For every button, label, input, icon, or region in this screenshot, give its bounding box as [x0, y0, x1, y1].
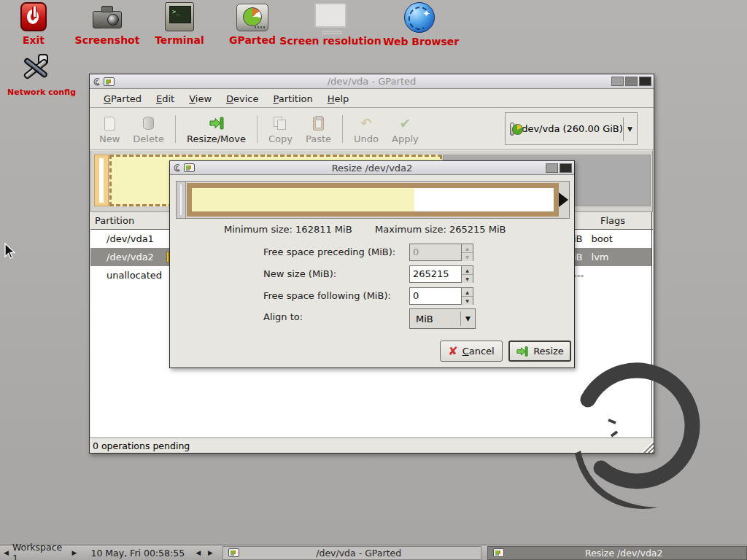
delete-icon	[143, 115, 154, 131]
chevron-down-icon: ▼	[461, 315, 475, 322]
menu-help[interactable]: Help	[321, 91, 356, 106]
column-header-flags[interactable]: Flags	[573, 212, 651, 229]
terminal-icon: >_	[165, 2, 194, 31]
mouse-cursor	[4, 243, 16, 260]
tasklist-next-icon[interactable]: ▶	[204, 549, 217, 556]
desktop-icon-label: Network config	[7, 88, 63, 97]
maximize-button[interactable]	[546, 163, 558, 173]
status-text: 0 operations pending	[93, 440, 190, 451]
spin-up-icon[interactable]: ▲	[462, 266, 473, 275]
toolbar-separator	[342, 115, 343, 143]
menu-partition[interactable]: Partition	[267, 91, 320, 106]
power-icon	[20, 2, 47, 31]
menu-device[interactable]: Device	[220, 91, 265, 106]
copy-icon	[274, 115, 287, 131]
free-space-following-spinner[interactable]: 0 ▲▼	[409, 287, 473, 305]
chevron-down-icon: ▼	[627, 125, 632, 133]
toolbar-separator	[175, 115, 176, 143]
spin-up-icon: ▲	[462, 244, 473, 253]
resize-dialog: Resize /dev/vda2 Minimum size: 162811 Mi…	[169, 160, 575, 368]
resize-move-button[interactable]: Resize/Move	[180, 111, 252, 147]
tools-icon	[19, 52, 51, 85]
maximize-button[interactable]	[625, 77, 638, 86]
desktop-icon-label: Screenshot	[74, 34, 140, 46]
apply-icon: ✔	[399, 115, 411, 131]
align-to-label: Align to:	[263, 308, 303, 326]
globe-icon: ✦	[404, 2, 435, 33]
maximum-size-label: Maximum size: 265215 MiB	[375, 224, 506, 235]
clock: 10 May, Fri 00:58:55	[90, 548, 185, 559]
task-button-gparted[interactable]: /dev/vda - GParted	[222, 546, 482, 560]
debian-swirl-icon	[92, 77, 101, 87]
resize-slider-widget	[176, 181, 570, 219]
apply-button: ✔ Apply	[385, 111, 425, 147]
window-title: /dev/vda - GParted	[90, 76, 654, 87]
undo-button: ↶ Undo	[347, 111, 385, 147]
paste-button: Paste	[299, 111, 338, 147]
desktop-icon-label: Exit	[12, 34, 55, 46]
spin-down-icon[interactable]: ▼	[462, 275, 473, 283]
workspace-prev-icon[interactable]: ◀	[0, 549, 12, 556]
cancel-button[interactable]: ✘ Cancel	[440, 341, 503, 362]
workspace-label: Workspace 1	[12, 542, 69, 560]
disk-icon	[510, 122, 514, 136]
desktop-icon-exit[interactable]: Exit	[12, 2, 55, 46]
copy-button: Copy	[262, 111, 299, 147]
partition-size-bar	[187, 183, 559, 217]
desktop-icon-screenshot[interactable]: Screenshot	[74, 2, 140, 46]
minimum-size-label: Minimum size: 162811 MiB	[224, 224, 352, 235]
paste-icon	[313, 115, 324, 131]
resize-move-icon	[209, 115, 225, 131]
align-to-dropdown[interactable]: MiB ▼	[409, 308, 476, 329]
cancel-x-icon: ✘	[448, 346, 457, 357]
spin-down-icon[interactable]: ▼	[462, 297, 473, 305]
desktop-icon-network-config[interactable]: Network config	[7, 52, 63, 97]
desktop-icon-web-browser[interactable]: ✦ Web Browser	[383, 2, 456, 47]
new-size-label: New size (MiB):	[263, 265, 336, 283]
device-selector[interactable]: /dev/vda (260.00 GiB) ▼	[505, 112, 638, 145]
camera-icon	[91, 2, 123, 31]
menu-edit[interactable]: Edit	[150, 91, 181, 106]
gparted-window-icon	[184, 163, 195, 172]
toolbar-separator	[257, 115, 258, 143]
menu-gparted[interactable]: GParted	[97, 91, 148, 106]
close-button[interactable]	[560, 163, 572, 173]
close-button[interactable]	[639, 77, 651, 86]
undo-icon: ↶	[361, 115, 372, 131]
new-partition-icon	[104, 115, 115, 131]
desktop-icon-gparted[interactable]: GParted	[228, 4, 277, 46]
monitor-icon	[314, 3, 347, 28]
resize-button[interactable]: Resize	[508, 341, 571, 362]
used-space-bar	[192, 188, 414, 211]
debian-swirl-watermark	[554, 343, 722, 525]
new-button: New	[93, 111, 126, 147]
task-button-resize-dialog[interactable]: Resize /dev/vda2	[487, 546, 747, 560]
desktop-icon-label: Screen resolution	[279, 35, 382, 47]
left-resize-handle[interactable]	[177, 182, 186, 218]
gparted-window-icon	[104, 77, 115, 86]
resize-arrow-icon	[516, 346, 529, 357]
menu-view[interactable]: View	[182, 91, 218, 106]
taskbar: ◀ Workspace 1 ▶ 10 May, Fri 00:58:55 ◀ ▶…	[0, 545, 747, 560]
device-selector-value: /dev/vda (260.00 GiB)	[519, 123, 623, 134]
new-size-spinner[interactable]: 265215 ▲▼	[409, 265, 473, 283]
dialog-title: Resize /dev/vda2	[170, 163, 574, 174]
workspace-next-icon[interactable]: ▶	[69, 549, 81, 556]
dialog-titlebar[interactable]: Resize /dev/vda2	[170, 161, 574, 175]
partition-bar-vda1[interactable]	[94, 155, 109, 206]
main-titlebar[interactable]: /dev/vda - GParted	[90, 74, 654, 89]
gparted-disk-icon	[236, 4, 268, 31]
debian-swirl-icon	[172, 163, 182, 173]
delete-button: Delete	[126, 111, 171, 147]
minimize-button[interactable]	[611, 77, 624, 86]
desktop-icon-label: GParted	[228, 34, 277, 46]
desktop-icon-terminal[interactable]: >_ Terminal	[152, 2, 207, 46]
spin-up-icon[interactable]: ▲	[462, 288, 473, 297]
toolbar: New Delete Resize/Move Copy Paste ↶ Undo	[90, 109, 654, 150]
tasklist-prev-icon[interactable]: ◀	[192, 549, 204, 556]
desktop-icon-screen-resolution[interactable]: Screen resolution	[279, 3, 382, 47]
desktop-icon-label: Terminal	[152, 34, 207, 46]
menubar: GParted Edit View Device Partition Help	[90, 90, 654, 108]
right-resize-handle[interactable]	[559, 192, 568, 207]
align-to-value: MiB	[416, 314, 460, 324]
